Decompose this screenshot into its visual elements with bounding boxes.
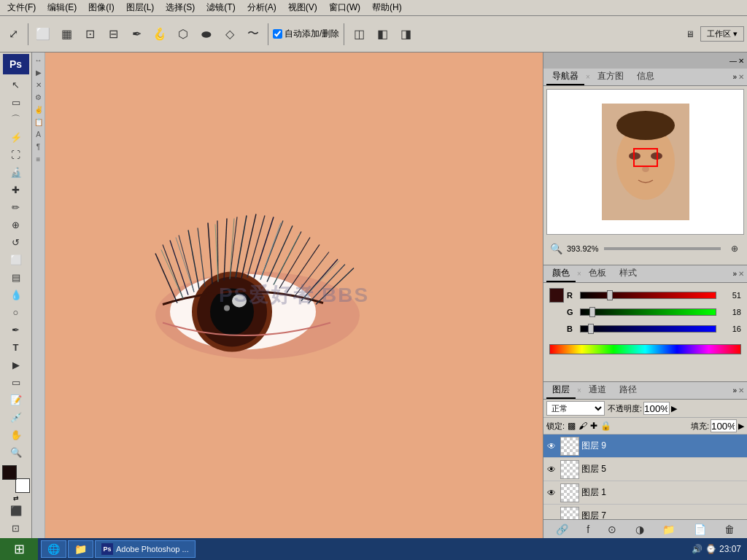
tab-navigator[interactable]: 导航器 [546,69,584,85]
swap-colors-btn[interactable]: ⇄ [13,494,19,502]
workspace-icon[interactable]: 🖥 [683,27,697,42]
layer-row-3[interactable]: 图层 7 [543,505,747,519]
fg-color-preview[interactable] [549,288,564,303]
poly2-btn[interactable]: ◇ [220,24,240,44]
tab-color[interactable]: 颜色 [546,265,576,282]
menu-item-w[interactable]: 窗口(W) [325,0,365,15]
tab-layers[interactable]: 图层 [546,382,576,399]
toolbar-extra-btn1[interactable]: ◫ [349,24,369,44]
adjustment-layer-btn[interactable]: ◑ [635,524,644,535]
quick-mask-tool[interactable]: ⬛ [8,502,24,518]
tray-icon-2[interactable]: ⌚ [705,544,716,554]
blur-tool[interactable]: 💧 [8,287,24,303]
tab-info[interactable]: 信息 [631,69,660,85]
lasso-btn[interactable]: 🪝 [150,24,170,44]
brush-tool[interactable]: ✏ [8,199,24,215]
tab-histogram[interactable]: 直方图 [592,69,630,85]
g-slider-container[interactable] [580,308,716,316]
gradient-tool[interactable]: ▤ [8,269,24,285]
clone-tool[interactable]: ⊕ [8,217,24,233]
lasso-tool-btn[interactable]: ⤢ [3,24,23,44]
zoom-out-icon[interactable]: 🔍 [548,241,564,257]
toolbar-extra-btn2[interactable]: ◧ [372,24,392,44]
side-icon-3[interactable]: ✕ [33,79,44,90]
freeform-btn[interactable]: 〜 [243,24,263,44]
move-tool[interactable]: ↖ [8,77,24,93]
tab-channels[interactable]: 通道 [583,382,612,399]
menu-item-i[interactable]: 图像(I) [84,0,118,15]
menu-item-a[interactable]: 分析(A) [243,0,281,15]
side-icon-5[interactable]: ✌ [33,104,44,115]
delete-layer-btn[interactable]: 🗑 [724,524,735,535]
g-slider-thumb[interactable] [589,307,595,317]
minimize-panels-btn[interactable]: — [729,57,737,65]
menu-item-s[interactable]: 选择(S) [161,0,199,15]
dodge-tool[interactable]: ○ [8,304,24,320]
layer-row-2[interactable]: 👁图层 1 [543,481,747,505]
poly-btn[interactable]: ⬡ [173,24,193,44]
taskbar-ie-btn[interactable]: 🌐 [41,540,66,558]
layer-row-0[interactable]: 👁图层 9 [543,435,747,458]
eraser-tool[interactable]: ⬜ [8,252,24,268]
zoom-in-icon[interactable]: ⊕ [727,241,743,257]
path-selection-tool[interactable]: ▶ [8,357,24,373]
eyedropper-tool2[interactable]: 💉 [8,409,24,425]
layer-eye-1[interactable]: 👁 [545,463,558,476]
side-icon-6[interactable]: 📋 [33,116,44,128]
selection-btn[interactable]: ⬜ [33,24,53,44]
side-icon-7[interactable]: A [33,128,44,140]
layers-close-btn[interactable]: ✕ [738,386,744,394]
notes-tool[interactable]: 📝 [8,392,24,408]
r-slider-container[interactable] [580,292,716,299]
marquee-tool[interactable]: ▭ [8,94,24,110]
b-slider-thumb[interactable] [588,324,594,334]
quick-select-tool[interactable]: ⚡ [8,129,24,145]
close-panels-btn[interactable]: ✕ [738,57,744,65]
navigator-expand-btn[interactable]: » [732,73,737,81]
r-slider-thumb[interactable] [607,290,613,300]
color-swatch-area[interactable] [2,465,30,493]
layer-eye-2[interactable]: 👁 [545,486,558,499]
tab-styles[interactable]: 样式 [614,265,643,282]
toolbar-extra-btn3[interactable]: ◨ [395,24,416,44]
hand-tool[interactable]: ✋ [8,427,24,443]
b-slider-container[interactable] [580,325,716,332]
auto-add-delete-checkbox[interactable]: 自动添加/删除 [273,28,339,40]
side-icon-1[interactable]: ↔ [33,54,44,66]
zoom-slider[interactable] [604,247,721,250]
layer-row-1[interactable]: 👁图层 5 [543,458,747,481]
blend-mode-select[interactable]: 正常 [546,401,605,416]
layer-style-btn[interactable]: f [587,524,589,535]
lock-transparent-btn[interactable]: ▩ [568,421,576,431]
color-expand-btn[interactable]: » [732,270,737,278]
link-layers-btn[interactable]: 🔗 [556,524,568,535]
tray-icon-1[interactable]: 🔊 [692,544,703,554]
side-icon-8[interactable]: ¶ [33,141,44,152]
layer-eye-0[interactable]: 👁 [545,440,558,453]
start-button[interactable]: ⊞ [0,538,38,560]
color-close-btn[interactable]: ✕ [738,270,744,278]
menu-item-l[interactable]: 图层(L) [122,0,159,15]
workspace-button[interactable]: 工作区 ▾ [700,26,744,42]
ellipse-btn[interactable]: ⬬ [196,24,217,44]
shape-tool[interactable]: ▭ [8,374,24,390]
auto-add-delete-input[interactable] [273,29,282,39]
menu-item-f[interactable]: 文件(F) [3,0,40,15]
selection-sub-btn[interactable]: ⊡ [80,24,100,44]
tab-paths[interactable]: 路径 [614,382,643,399]
pen-btn[interactable]: ✒ [126,24,147,44]
layer-group-btn[interactable]: 📁 [662,524,675,535]
menu-item-v[interactable]: 视图(V) [284,0,322,15]
zoom-tool[interactable]: 🔍 [8,444,24,460]
new-layer-btn[interactable]: 📄 [694,524,706,535]
menu-item-e[interactable]: 编辑(E) [43,0,81,15]
lock-move-btn[interactable]: ✚ [590,421,597,431]
fill-input[interactable] [711,419,737,432]
side-icon-2[interactable]: ▶ [33,66,44,78]
lasso-tool[interactable]: ⌒ [8,112,24,128]
healing-tool[interactable]: ✚ [8,182,24,198]
layer-eye-3[interactable] [545,510,558,520]
side-icon-9[interactable]: ≡ [33,153,44,165]
side-icon-4[interactable]: ⚙ [33,91,44,103]
lock-all-btn[interactable]: 🔒 [600,421,611,431]
